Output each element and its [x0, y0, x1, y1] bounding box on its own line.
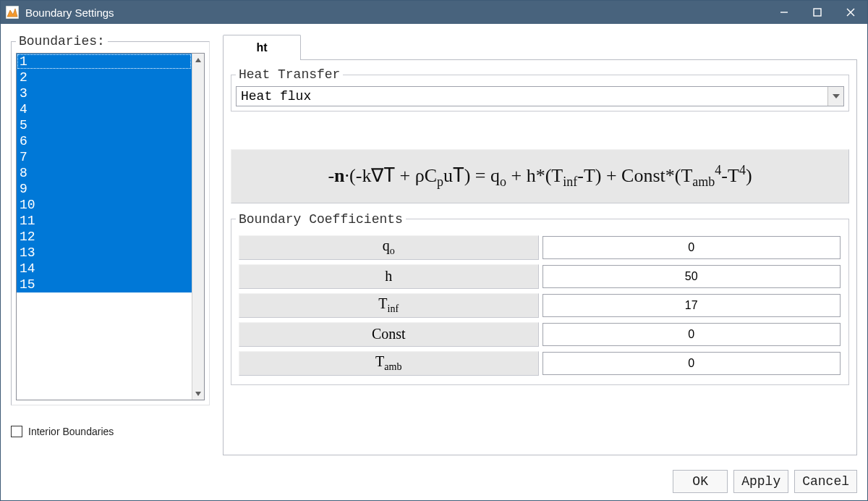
checkbox-icon — [11, 426, 22, 437]
tab-body: Heat Transfer Heat flux -n·(-k∇T + ρCpuT… — [223, 59, 857, 455]
tab-ht[interactable]: ht — [223, 35, 301, 60]
coefficient-input-q_o[interactable] — [542, 236, 841, 259]
boundary-list-item[interactable]: 12 — [17, 229, 192, 245]
coefficient-label-h: h — [239, 264, 539, 289]
coefficient-row: Const — [239, 322, 841, 347]
boundary-list-item[interactable]: 10 — [17, 197, 192, 213]
coefficient-row: h — [239, 264, 841, 289]
scroll-down-icon[interactable] — [192, 387, 204, 400]
coefficient-input-h[interactable] — [542, 265, 841, 288]
coefficient-input-T_inf[interactable] — [542, 294, 841, 317]
boundary-list-item[interactable]: 3 — [17, 85, 192, 101]
interior-boundaries-label: Interior Boundaries — [28, 426, 114, 437]
coefficient-row: Tinf — [239, 293, 841, 318]
boundary-list-item[interactable]: 13 — [17, 245, 192, 261]
scroll-up-icon[interactable] — [192, 54, 204, 66]
boundary-list-item[interactable]: 15 — [17, 277, 192, 292]
svg-rect-2 — [814, 9, 821, 16]
boundary-condition-select[interactable]: Heat flux — [236, 86, 844, 106]
minimize-button[interactable] — [767, 1, 801, 24]
interior-boundaries-checkbox[interactable]: Interior Boundaries — [11, 426, 210, 437]
coefficient-label-q_o: qo — [239, 235, 539, 260]
maximize-button[interactable] — [801, 1, 834, 24]
boundary-list-item[interactable]: 8 — [17, 165, 192, 181]
boundary-coefficients-group: Boundary Coefficients qohTinfConstTamb — [231, 212, 849, 385]
boundary-list-item[interactable]: 5 — [17, 117, 192, 133]
boundaries-legend: Boundaries: — [16, 34, 108, 49]
close-button[interactable] — [834, 1, 867, 24]
coefficient-row: qo — [239, 235, 841, 260]
cancel-button[interactable]: Cancel — [794, 470, 857, 493]
coefficient-label-T_inf: Tinf — [239, 293, 539, 318]
boundaries-group: Boundaries: 123456789101112131415 — [11, 34, 210, 405]
coefficient-input-T_amb[interactable] — [542, 352, 841, 375]
svg-marker-6 — [195, 392, 201, 396]
svg-marker-7 — [833, 94, 840, 98]
heat-transfer-group: Heat Transfer Heat flux — [231, 67, 849, 111]
coefficient-row: Tamb — [239, 351, 841, 376]
coefficient-label-T_amb: Tamb — [239, 351, 539, 376]
listbox-scrollbar[interactable] — [192, 54, 204, 400]
titlebar: Boundary Settings — [1, 1, 867, 24]
equation-display: -n·(-k∇T + ρCpuT) = qo + h*(Tinf-T) + Co… — [231, 149, 849, 203]
boundary-list-item[interactable]: 2 — [17, 70, 192, 85]
boundary-list-item[interactable]: 14 — [17, 261, 192, 277]
heat-transfer-legend: Heat Transfer — [236, 67, 343, 82]
boundaries-listbox[interactable]: 123456789101112131415 — [17, 54, 192, 400]
boundary-coefficients-legend: Boundary Coefficients — [236, 212, 406, 227]
apply-button[interactable]: Apply — [733, 470, 788, 493]
app-icon — [1, 1, 24, 24]
boundary-list-item[interactable]: 9 — [17, 181, 192, 197]
boundary-list-item[interactable]: 11 — [17, 213, 192, 229]
boundary-list-item[interactable]: 1 — [17, 54, 192, 70]
chevron-down-icon — [827, 87, 843, 106]
coefficient-input-Const[interactable] — [542, 323, 841, 346]
window-title: Boundary Settings — [24, 7, 114, 19]
boundary-list-item[interactable]: 7 — [17, 149, 192, 165]
ok-button[interactable]: OK — [673, 470, 728, 493]
boundary-list-item[interactable]: 4 — [17, 101, 192, 117]
coefficient-label-Const: Const — [239, 322, 539, 347]
svg-marker-5 — [195, 58, 201, 62]
boundary-condition-value: Heat flux — [237, 87, 827, 106]
boundary-list-item[interactable]: 6 — [17, 133, 192, 149]
